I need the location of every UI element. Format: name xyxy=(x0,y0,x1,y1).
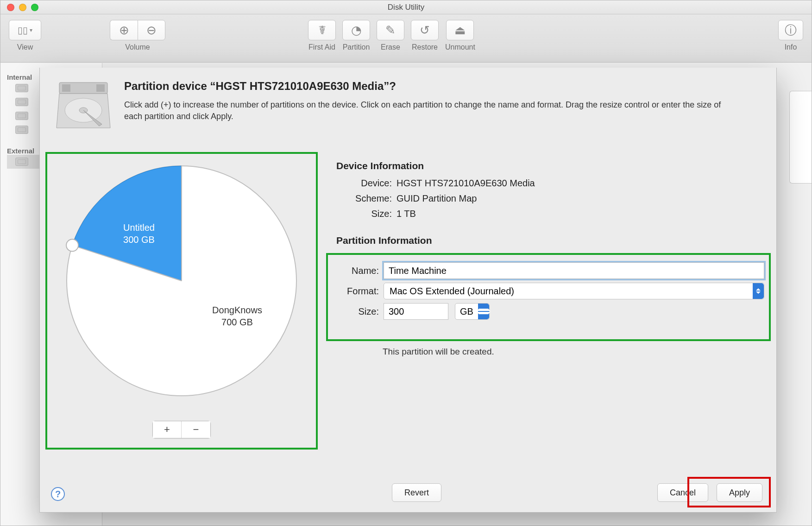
svg-rect-2 xyxy=(96,84,105,92)
partition-info-section: Name: Format: Mac OS Extended (Journaled… xyxy=(326,253,771,341)
disk-utility-window: Disk Utility ▯▯ ▾ View ⊕ ⊖ Volume ☤ Firs… xyxy=(0,0,812,526)
close-window-button[interactable] xyxy=(7,4,14,11)
partition-label: Partition xyxy=(343,43,370,51)
pie-sub-dongknows: 700 GB xyxy=(221,317,253,327)
erase-label: Erase xyxy=(381,43,400,51)
drive-icon xyxy=(15,158,28,166)
restore-icon: ↺ xyxy=(420,23,430,38)
window-controls xyxy=(7,4,38,11)
partition-sheet: Partition device “HGST HTS721010A9E630 M… xyxy=(39,68,777,513)
help-button[interactable]: ? xyxy=(51,487,65,501)
unmount-label: Unmount xyxy=(445,43,475,51)
sheet-title: Partition device “HGST HTS721010A9E630 M… xyxy=(124,80,726,93)
drive-icon xyxy=(15,112,28,120)
volume-remove-icon: ⊖ xyxy=(146,23,157,38)
partition-pie-chart[interactable]: Untitled 300 GB DongKnows 700 GB xyxy=(61,160,302,401)
scheme-value: GUID Partition Map xyxy=(397,193,477,204)
volume-label: Volume xyxy=(125,43,150,51)
view-label: View xyxy=(17,43,33,51)
window-title: Disk Utility xyxy=(0,3,812,12)
total-size-label: Size: xyxy=(336,209,397,219)
size-label: Size: xyxy=(333,306,384,317)
partition-button[interactable]: ◔ xyxy=(342,20,370,40)
chevron-updown-icon xyxy=(753,283,764,299)
restore-button[interactable]: ↺ xyxy=(411,20,439,40)
erase-icon: ✎ xyxy=(385,23,396,38)
volume-remove-button[interactable]: ⊖ xyxy=(138,20,165,40)
partition-pie-area: Untitled 300 GB DongKnows 700 GB + − xyxy=(45,152,318,450)
hard-drive-icon xyxy=(56,80,111,131)
pie-label-untitled: Untitled xyxy=(123,222,155,233)
volume-segment: ⊕ ⊖ xyxy=(110,20,165,40)
toolbar: ▯▯ ▾ View ⊕ ⊖ Volume ☤ First Aid ◔ Parti… xyxy=(0,14,812,63)
zoom-window-button[interactable] xyxy=(31,4,38,11)
partition-status-text: This partition will be created. xyxy=(383,347,494,357)
unmount-button[interactable]: ⏏ xyxy=(446,20,474,40)
revert-button[interactable]: Revert xyxy=(392,483,441,502)
erase-button[interactable]: ✎ xyxy=(377,20,404,40)
drive-icon xyxy=(15,126,28,134)
info-icon: ⓘ xyxy=(785,22,797,38)
sidebar-icon: ▯▯ ▾ xyxy=(18,25,32,36)
view-button[interactable]: ▯▯ ▾ xyxy=(9,20,41,40)
pie-label-dongknows: DongKnows xyxy=(212,305,262,315)
sheet-instructions: Click add (+) to increase the number of … xyxy=(124,99,726,122)
device-value: HGST HTS721010A9E630 Media xyxy=(397,178,535,189)
detail-panel-edge xyxy=(789,91,812,184)
partition-add-remove: + − xyxy=(152,421,211,438)
scheme-label: Scheme: xyxy=(336,193,397,204)
pie-icon: ◔ xyxy=(351,23,362,38)
size-unit-select[interactable]: GB xyxy=(455,303,490,320)
first-aid-label: First Aid xyxy=(308,43,335,51)
device-info-heading: Device Information xyxy=(336,160,765,171)
drive-icon xyxy=(15,84,28,92)
titlebar: Disk Utility xyxy=(0,0,812,14)
device-label: Device: xyxy=(336,178,397,189)
volume-add-icon: ⊕ xyxy=(119,23,129,38)
chevron-updown-icon xyxy=(478,304,489,319)
format-select[interactable]: Mac OS Extended (Journaled) xyxy=(384,283,764,299)
svg-rect-1 xyxy=(62,84,70,92)
add-partition-button[interactable]: + xyxy=(153,421,182,438)
device-info-section: Device Information Device:HGST HTS721010… xyxy=(336,160,765,253)
info-button[interactable]: ⓘ xyxy=(778,20,803,40)
remove-partition-button[interactable]: − xyxy=(182,421,210,438)
minimize-window-button[interactable] xyxy=(19,4,26,11)
drive-icon xyxy=(15,98,28,106)
apply-button[interactable]: Apply xyxy=(717,483,762,502)
total-size-value: 1 TB xyxy=(397,209,416,219)
restore-label: Restore xyxy=(412,43,438,51)
pie-sub-untitled: 300 GB xyxy=(123,234,155,245)
format-label: Format: xyxy=(333,286,384,297)
resize-handle[interactable] xyxy=(66,239,78,251)
info-label: Info xyxy=(785,43,797,51)
partition-info-heading: Partition Information xyxy=(336,235,765,246)
partition-size-input[interactable] xyxy=(384,303,448,320)
partition-name-input[interactable] xyxy=(384,262,764,279)
name-label: Name: xyxy=(333,266,384,276)
stethoscope-icon: ☤ xyxy=(318,23,326,38)
size-unit-value: GB xyxy=(455,306,478,317)
first-aid-button[interactable]: ☤ xyxy=(308,20,336,40)
format-value: Mac OS Extended (Journaled) xyxy=(390,286,514,297)
sheet-header: Partition device “HGST HTS721010A9E630 M… xyxy=(40,68,776,131)
eject-icon: ⏏ xyxy=(454,23,466,38)
volume-add-button[interactable]: ⊕ xyxy=(110,20,138,40)
cancel-button[interactable]: Cancel xyxy=(657,483,708,502)
